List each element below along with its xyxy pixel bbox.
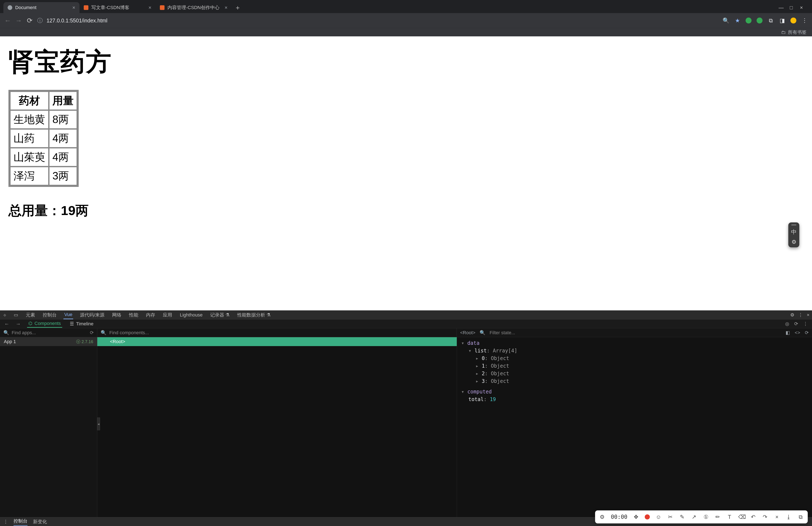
dt-tab-vue[interactable]: Vue: [63, 310, 73, 319]
dt-tab-console[interactable]: 控制台: [42, 310, 58, 319]
back-icon[interactable]: ←: [4, 17, 11, 25]
collapse-handle-icon[interactable]: ◂: [97, 418, 100, 430]
gear-icon[interactable]: ⚙: [790, 312, 795, 318]
close-icon[interactable]: ×: [807, 312, 810, 318]
ime-language-label[interactable]: 中: [791, 228, 797, 236]
code-icon[interactable]: <>: [795, 330, 800, 336]
vue-filter-row: 🔍 Find apps... ⟳ 🔍 Find components... <R…: [0, 328, 812, 337]
state-section-data[interactable]: data: [461, 339, 808, 347]
kebab-menu-icon[interactable]: ⋮: [3, 519, 8, 525]
extension-green-icon[interactable]: [745, 17, 752, 24]
dt-tab-perf-insights[interactable]: 性能数据分析 ⚗: [236, 310, 272, 319]
cell: 山药: [11, 130, 48, 147]
state-item[interactable]: 2: Object: [461, 370, 808, 377]
refresh-icon[interactable]: ⟳: [805, 330, 809, 336]
redo-icon[interactable]: ↷: [762, 514, 768, 520]
site-info-icon[interactable]: ⓘ: [37, 17, 43, 24]
smile-icon[interactable]: ☺: [655, 514, 662, 520]
back-icon[interactable]: ←: [4, 321, 9, 327]
screen-recorder-toolbar[interactable]: ⚙ 00:00 ✥ ☺ ✂ ✎ ↗ ① ✏ T ⌫ ↶ ↷ × ⭳ ⧉: [595, 510, 808, 524]
tab-document[interactable]: Document ×: [3, 2, 79, 13]
cell: 山茱萸: [11, 148, 48, 166]
number-icon[interactable]: ①: [703, 514, 709, 520]
pen-icon[interactable]: ✏: [714, 514, 721, 520]
dt-tab-network[interactable]: 网络: [111, 310, 122, 319]
search-icon: 🔍: [480, 330, 485, 336]
dt-tab-recorder[interactable]: 记录器 ⚗: [209, 310, 231, 319]
tree-root[interactable]: <Root>: [97, 337, 457, 346]
state-item[interactable]: 3: Object: [461, 377, 808, 385]
dt-tab-elements[interactable]: 元素: [25, 310, 36, 319]
side-panel-icon[interactable]: ◨: [779, 17, 785, 24]
vue-version-badge: ⓥ 2.7.16: [76, 339, 93, 345]
extension-green2-icon[interactable]: [757, 17, 763, 24]
dt-tab-lighthouse[interactable]: Lighthouse: [179, 311, 203, 319]
bookmarks-folder[interactable]: 所有书签: [788, 29, 807, 35]
close-window-icon[interactable]: ×: [798, 5, 804, 11]
kebab-menu-icon[interactable]: ⋮: [803, 321, 808, 327]
ime-handle-icon[interactable]: [791, 224, 796, 225]
record-icon[interactable]: [645, 514, 650, 520]
minimize-icon[interactable]: —: [778, 5, 784, 11]
tab-csdn-manage[interactable]: 内容管理-CSDN创作中心 ×: [156, 2, 232, 13]
copy-icon[interactable]: ⧉: [797, 514, 804, 520]
close-icon[interactable]: ×: [224, 5, 228, 11]
find-apps-input[interactable]: Find apps...: [12, 330, 36, 336]
inspect-icon[interactable]: ⟐: [2, 311, 7, 319]
refresh-icon[interactable]: ⟳: [794, 321, 798, 327]
tab-csdn-write[interactable]: 写文章-CSDN博客 ×: [79, 2, 156, 13]
dt-tab-application[interactable]: 应用: [162, 310, 173, 319]
pointer-icon[interactable]: ↗: [691, 514, 697, 520]
scissors-icon[interactable]: ✂: [667, 514, 673, 520]
state-list[interactable]: list: Array[4]: [461, 347, 808, 354]
annotate-icon[interactable]: ✎: [679, 514, 685, 520]
maximize-icon[interactable]: □: [788, 5, 794, 11]
undo-icon[interactable]: ↶: [750, 514, 756, 520]
refresh-icon[interactable]: ⟳: [90, 330, 94, 336]
kebab-menu-icon[interactable]: ⋮: [801, 17, 808, 24]
dt-tab-performance[interactable]: 性能: [128, 310, 139, 319]
table-row: 山茱萸4两: [11, 148, 76, 166]
profile-avatar-icon[interactable]: [791, 17, 796, 24]
vue-version: 2.7.16: [82, 339, 93, 344]
drawer-tab-whatsnew[interactable]: 新变化: [33, 518, 47, 525]
device-icon[interactable]: ▭: [13, 311, 19, 319]
gear-icon[interactable]: ⚙: [792, 239, 796, 245]
close-icon[interactable]: ×: [148, 5, 151, 11]
scroll-to-icon[interactable]: ◧: [786, 330, 790, 336]
forward-icon[interactable]: →: [16, 321, 21, 327]
close-icon[interactable]: ×: [774, 514, 780, 520]
dt-tab-memory[interactable]: 内存: [145, 310, 156, 319]
dt-tab-sources[interactable]: 源代码/来源: [79, 310, 105, 319]
subtab-components[interactable]: ⌬ Components: [27, 320, 62, 328]
state-item[interactable]: 0: Object: [461, 354, 808, 362]
eraser-icon[interactable]: ⌫: [738, 514, 744, 520]
target-icon[interactable]: ◎: [785, 321, 789, 327]
browser-tabstrip: Document × 写文章-CSDN博客 × 内容管理-CSDN创作中心 × …: [0, 0, 812, 13]
find-components-input[interactable]: Find components...: [109, 330, 149, 336]
move-icon[interactable]: ✥: [633, 514, 639, 520]
download-icon[interactable]: ⭳: [786, 514, 792, 520]
filter-state-input[interactable]: Filter state...: [490, 330, 515, 336]
zoom-icon[interactable]: 🔍: [723, 17, 729, 24]
kebab-menu-icon[interactable]: ⋮: [798, 312, 803, 318]
reload-icon[interactable]: ⟳: [26, 16, 33, 25]
state-total[interactable]: total: 19: [461, 396, 808, 403]
state-section-computed[interactable]: computed: [461, 388, 808, 396]
url-group[interactable]: ⓘ 127.0.0.1:5501/index.html: [37, 17, 107, 24]
gear-icon[interactable]: ⚙: [599, 514, 605, 520]
state-item[interactable]: 1: Object: [461, 362, 808, 370]
recorder-time: 00:00: [611, 514, 627, 520]
new-tab-button[interactable]: ＋: [233, 3, 242, 12]
drawer-tab-console[interactable]: 控制台: [14, 518, 28, 526]
extensions-icon[interactable]: ⧉: [768, 17, 774, 24]
app-row[interactable]: App 1 ⓥ 2.7.16: [0, 337, 97, 346]
bookmark-star-icon[interactable]: ★: [734, 17, 741, 24]
subtab-timeline[interactable]: ☰ Timeline: [69, 320, 95, 327]
ime-switcher[interactable]: 中 ⚙: [788, 222, 799, 247]
forward-icon[interactable]: →: [15, 17, 22, 25]
close-icon[interactable]: ×: [72, 5, 75, 11]
text-icon[interactable]: T: [726, 514, 733, 520]
subtab-label: Timeline: [76, 321, 93, 327]
tree-root-label: <Root>: [110, 339, 125, 345]
